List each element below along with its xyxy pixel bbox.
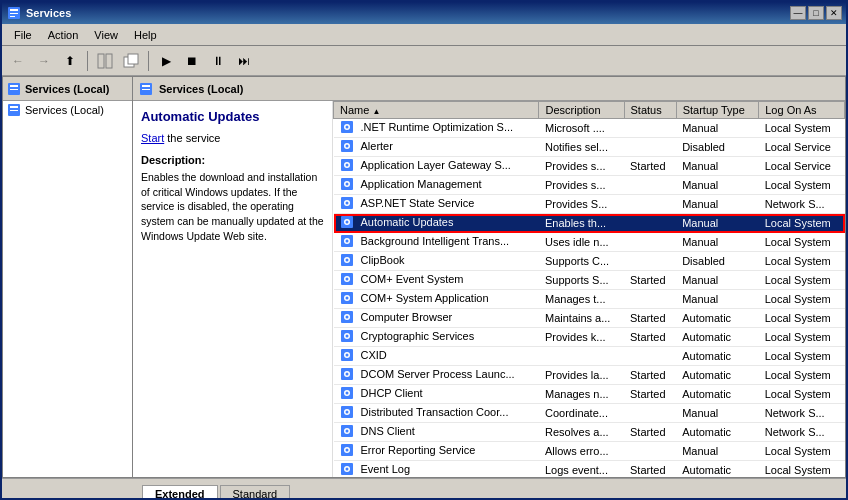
up-button[interactable]: ⬆ (58, 49, 82, 73)
col-startup[interactable]: Startup Type (676, 102, 759, 119)
cell-logon: Network S... (759, 195, 845, 214)
maximize-button[interactable]: □ (808, 6, 824, 20)
menu-view[interactable]: View (86, 27, 126, 43)
svg-rect-3 (10, 16, 15, 17)
svg-point-49 (345, 316, 348, 319)
table-row[interactable]: DCOM Server Process Launc... Provides la… (334, 366, 845, 385)
cell-startup: Automatic (676, 347, 759, 366)
table-row[interactable]: .NET Runtime Optimization S... Microsoft… (334, 119, 845, 138)
col-status[interactable]: Status (624, 102, 676, 119)
play-button[interactable]: ▶ (154, 49, 178, 73)
table-row[interactable]: Computer Browser Maintains a... Started … (334, 309, 845, 328)
cell-name: Computer Browser (334, 309, 539, 328)
cell-name: Error Reporting Service (334, 442, 539, 461)
back-button[interactable]: ← (6, 49, 30, 73)
new-window-button[interactable] (119, 49, 143, 73)
svg-rect-16 (142, 89, 150, 90)
content-header: Services (Local) (133, 77, 845, 101)
cell-logon: Network S... (759, 404, 845, 423)
cell-logon: Local System (759, 309, 845, 328)
cell-startup: Automatic (676, 309, 759, 328)
table-row[interactable]: ClipBook Supports C... Disabled Local Sy… (334, 252, 845, 271)
cell-name: Cryptographic Services (334, 328, 539, 347)
svg-point-34 (345, 221, 348, 224)
table-row[interactable]: Cryptographic Services Provides k... Sta… (334, 328, 845, 347)
cell-name: COM+ Event System (334, 271, 539, 290)
pause-button[interactable]: ⏸ (206, 49, 230, 73)
svg-point-46 (345, 297, 348, 300)
table-row[interactable]: ASP.NET State Service Provides S... Manu… (334, 195, 845, 214)
cell-logon: Local System (759, 214, 845, 233)
cell-description: Resolves a... (539, 423, 624, 442)
cell-description: Supports C... (539, 252, 624, 271)
cell-logon: Local Service (759, 138, 845, 157)
services-table: Name ▲ Description Status Startup Type L… (333, 101, 845, 477)
table-row[interactable]: CXID Automatic Local System (334, 347, 845, 366)
cell-description: Notifies sel... (539, 138, 624, 157)
table-row[interactable]: Error Reporting Service Allows erro... M… (334, 442, 845, 461)
toolbar: ← → ⬆ ▶ ⏹ ⏸ ⏭ (2, 46, 846, 76)
table-row[interactable]: Application Management Provides s... Man… (334, 176, 845, 195)
cell-startup: Disabled (676, 252, 759, 271)
table-row[interactable]: Event Log Logs event... Started Automati… (334, 461, 845, 478)
menu-file[interactable]: File (6, 27, 40, 43)
svg-point-28 (345, 183, 348, 186)
col-name[interactable]: Name ▲ (334, 102, 539, 119)
cell-status (624, 138, 676, 157)
menu-action[interactable]: Action (40, 27, 87, 43)
cell-startup: Manual (676, 157, 759, 176)
left-panel: Automatic Updates Start the service Desc… (133, 101, 333, 477)
tab-standard[interactable]: Standard (220, 485, 291, 500)
sidebar-tree-item[interactable]: Services (Local) (3, 101, 132, 119)
toolbar-separator-2 (148, 51, 149, 71)
service-list[interactable]: Name ▲ Description Status Startup Type L… (333, 101, 845, 477)
table-row[interactable]: Application Layer Gateway S... Provides … (334, 157, 845, 176)
cell-description: Manages n... (539, 385, 624, 404)
close-button[interactable]: ✕ (826, 6, 842, 20)
cell-description: Enables th... (539, 214, 624, 233)
table-row[interactable]: Distributed Transaction Coor... Coordina… (334, 404, 845, 423)
svg-point-22 (345, 145, 348, 148)
cell-logon: Local System (759, 176, 845, 195)
cell-startup: Automatic (676, 328, 759, 347)
show-tree-button[interactable] (93, 49, 117, 73)
main-container: Services (Local) Services (Local) Serv (2, 76, 846, 478)
title-bar: Services — □ ✕ (2, 2, 846, 24)
tab-extended[interactable]: Extended (142, 485, 218, 500)
table-row[interactable]: DHCP Client Manages n... Started Automat… (334, 385, 845, 404)
minimize-button[interactable]: — (790, 6, 806, 20)
col-logon[interactable]: Log On As (759, 102, 845, 119)
cell-logon: Local Service (759, 157, 845, 176)
cell-description: Manages t... (539, 290, 624, 309)
cell-startup: Manual (676, 290, 759, 309)
table-row[interactable]: COM+ System Application Manages t... Man… (334, 290, 845, 309)
cell-logon: Local System (759, 461, 845, 478)
cell-logon: Network S... (759, 423, 845, 442)
cell-name: Application Management (334, 176, 539, 195)
svg-rect-12 (10, 106, 18, 108)
menu-help[interactable]: Help (126, 27, 165, 43)
start-service-link[interactable]: Start (141, 132, 164, 144)
table-row[interactable]: Alerter Notifies sel... Disabled Local S… (334, 138, 845, 157)
action-line: Start the service (141, 132, 324, 144)
table-row[interactable]: Automatic Updates Enables th... Manual L… (334, 214, 845, 233)
col-description[interactable]: Description (539, 102, 624, 119)
sidebar-icon (7, 82, 21, 96)
cell-startup: Automatic (676, 366, 759, 385)
cell-description: Uses idle n... (539, 233, 624, 252)
stop-button[interactable]: ⏹ (180, 49, 204, 73)
cell-name: COM+ System Application (334, 290, 539, 309)
cell-startup: Manual (676, 233, 759, 252)
table-row[interactable]: COM+ Event System Supports S... Started … (334, 271, 845, 290)
cell-description: Coordinate... (539, 404, 624, 423)
table-row[interactable]: DNS Client Resolves a... Started Automat… (334, 423, 845, 442)
svg-rect-2 (10, 13, 18, 14)
cell-description: Maintains a... (539, 309, 624, 328)
forward-button[interactable]: → (32, 49, 56, 73)
svg-point-73 (345, 468, 348, 471)
svg-rect-9 (10, 85, 18, 87)
restart-button[interactable]: ⏭ (232, 49, 256, 73)
table-row[interactable]: Background Intelligent Trans... Uses idl… (334, 233, 845, 252)
bottom-bar: Extended Standard (2, 478, 846, 500)
cell-startup: Manual (676, 271, 759, 290)
